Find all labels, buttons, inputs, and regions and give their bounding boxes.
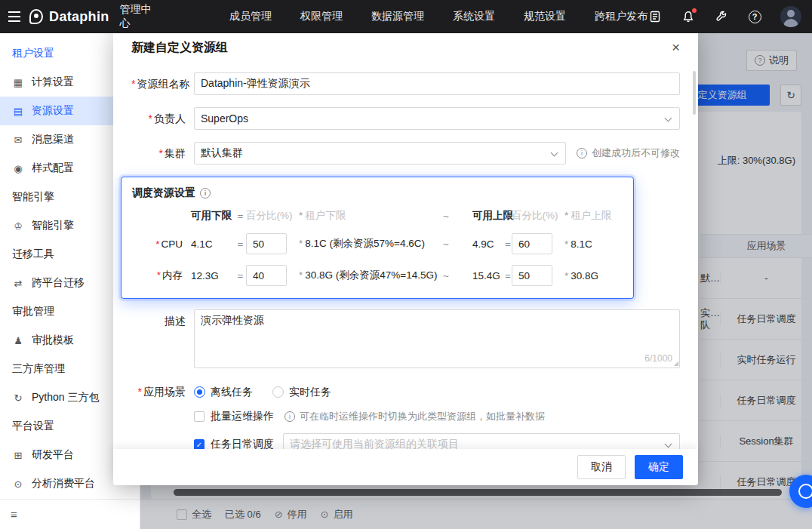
cluster-label: 集群 <box>165 147 186 159</box>
cpu-upper-bound: *8.1C <box>564 238 633 250</box>
cluster-hint: i 创建成功后不可修改 <box>577 142 680 165</box>
info-icon: i <box>577 148 587 158</box>
sidebar-footer: ≡ <box>0 499 140 529</box>
modal-title: 新建自定义资源组 <box>131 40 228 56</box>
menu-icon[interactable] <box>0 0 29 33</box>
sidebar-group-label: 租户设置 <box>12 47 54 60</box>
resize-handle-icon[interactable]: ◢ <box>674 360 678 367</box>
resource-group-name-input[interactable] <box>194 72 680 95</box>
app-title: 管理中心 <box>119 3 157 30</box>
daily-schedule-row: ✓ 任务日常调度 请选择可使用当前资源组的关联项目 <box>194 433 680 449</box>
radio-unselected-icon[interactable] <box>272 386 284 398</box>
resource-icon: ▤ <box>12 106 24 117</box>
sidebar-group-label: 迁移工具 <box>12 248 54 261</box>
cpu-row-label: *CPU <box>121 238 186 250</box>
memory-upper-percent-input[interactable] <box>512 265 552 286</box>
char-counter: 6/1000 <box>644 353 672 364</box>
radio-selected-icon[interactable] <box>194 386 205 398</box>
batch-ops-row: 批量运维操作 i 可在临时运维操作时切换为此类型资源组，如批量补数据 <box>194 409 680 424</box>
project-select-placeholder: 请选择可使用当前资源组的关联项目 <box>290 438 459 449</box>
engine-icon: ♔ <box>12 220 24 232</box>
style-icon: ◉ <box>12 163 24 174</box>
dataphin-logo-icon <box>29 9 43 24</box>
nav-item-members[interactable]: 成员管理 <box>229 10 272 23</box>
create-resource-group-modal: 新建自定义资源组 × *资源组名称 *负责人 SuperOps <box>113 27 698 485</box>
schedule-card-title: 调度资源设置 i <box>121 186 633 200</box>
equals-sign: = <box>235 211 246 222</box>
daily-schedule-checkbox[interactable]: ✓ <box>194 439 205 449</box>
info-icon: i <box>285 411 295 422</box>
tools-wrench-icon[interactable] <box>714 9 729 24</box>
nav-item-cross-tenant-publish[interactable]: 跨租户发布 <box>595 10 647 23</box>
required-mark: * <box>159 147 163 159</box>
equals-sign: = <box>235 238 246 250</box>
lower-limit-header: 可用下限 <box>186 209 235 223</box>
owner-value: SuperOps <box>201 112 248 125</box>
notification-badge <box>692 8 697 13</box>
cpu-lower-current: 4.1C <box>186 238 235 250</box>
cpu-upper-current: 4.9C <box>457 238 504 250</box>
required-mark: * <box>149 112 152 125</box>
analytics-icon: ⊙ <box>12 478 24 490</box>
cpu-upper-percent-input[interactable] <box>512 233 552 254</box>
cluster-row: *集群 默认集群 i 创建成功后不可修改 <box>131 142 680 165</box>
confirm-button[interactable]: 确定 <box>635 455 683 479</box>
chevron-down-icon <box>551 149 558 157</box>
user-avatar[interactable] <box>780 6 801 27</box>
help-question-icon[interactable]: ? <box>747 9 762 24</box>
upper-limit-header: 可用上限 <box>457 209 504 223</box>
tenant-upper-header: *租户上限 <box>564 209 633 223</box>
calendar-icon: ▦ <box>12 77 24 88</box>
realtime-task-option[interactable]: 实时任务 <box>272 380 331 403</box>
cluster-select[interactable]: 默认集群 <box>194 142 566 165</box>
notifications-bell-icon[interactable] <box>681 9 696 24</box>
batch-ops-checkbox[interactable] <box>194 411 205 422</box>
owner-select[interactable]: SuperOps <box>194 107 680 130</box>
offline-task-option[interactable]: 离线任务 <box>194 380 253 403</box>
chevron-down-icon <box>665 441 672 448</box>
dev-icon: ⊞ <box>12 450 24 461</box>
memory-lower-bound: *30.8G (剩余资源47%=14.5G) <box>299 269 435 282</box>
sidebar-item-label: 审批模板 <box>32 334 74 347</box>
cluster-value: 默认集群 <box>201 146 243 160</box>
required-mark: * <box>138 386 142 398</box>
python-icon: ↻ <box>12 392 24 404</box>
memory-lower-current: 12.3G <box>186 270 235 281</box>
info-icon: i <box>200 188 211 198</box>
equals-sign: = <box>504 211 512 222</box>
collapse-sidebar-icon[interactable]: ≡ <box>11 508 17 521</box>
related-project-select[interactable]: 请选择可使用当前资源组的关联项目 <box>283 433 680 449</box>
cancel-button[interactable]: 取消 <box>577 455 626 479</box>
sidebar-item-label: 跨平台迁移 <box>32 276 85 290</box>
chevron-down-icon <box>665 115 672 122</box>
description-row: 描述 演示弹性资源 6/1000 ◢ <box>131 309 680 368</box>
daily-schedule-label: 任务日常调度 <box>211 438 274 449</box>
cpu-lower-percent-input[interactable] <box>246 233 287 254</box>
memory-upper-bound: *30.8G <box>564 270 633 281</box>
memory-lower-percent-input[interactable] <box>246 265 287 286</box>
sidebar-item-label: Python 三方包 <box>32 391 99 404</box>
nav-menu: 成员管理 权限管理 数据源管理 系统设置 规范设置 跨租户发布 <box>229 10 647 23</box>
changelog-icon[interactable] <box>647 9 663 24</box>
owner-row: *负责人 SuperOps <box>131 107 680 130</box>
equals-sign: = <box>504 270 512 281</box>
nav-right-icons: ? <box>647 6 812 27</box>
sidebar-group-label: 平台设置 <box>12 420 54 433</box>
memory-upper-current: 15.4G <box>457 270 504 281</box>
nav-item-permissions[interactable]: 权限管理 <box>300 10 343 23</box>
description-textarea[interactable]: 演示弹性资源 <box>194 309 680 368</box>
scenario-row: *应用场景 离线任务 实时任务 <box>131 380 680 403</box>
nav-item-standards[interactable]: 规范设置 <box>524 10 566 23</box>
nav-item-datasources[interactable]: 数据源管理 <box>371 10 424 23</box>
sidebar-item-label: 分析消费平台 <box>32 477 95 491</box>
sidebar-group-label: 三方库管理 <box>12 362 65 376</box>
close-icon[interactable]: × <box>672 40 680 54</box>
percent-header: 百分比(%) <box>246 209 299 223</box>
scenario-label: 应用场景 <box>143 386 186 398</box>
sidebar-item-label: 智能引擎 <box>32 219 74 232</box>
batch-ops-hint: i 可在临时运维操作时切换为此类型资源组，如批量补数据 <box>285 409 545 424</box>
sidebar-item-label: 消息渠道 <box>32 133 74 146</box>
nav-item-system-settings[interactable]: 系统设置 <box>453 10 495 23</box>
modal-scrollbar[interactable] <box>693 71 696 115</box>
tilde-sign: ~ <box>435 238 457 250</box>
